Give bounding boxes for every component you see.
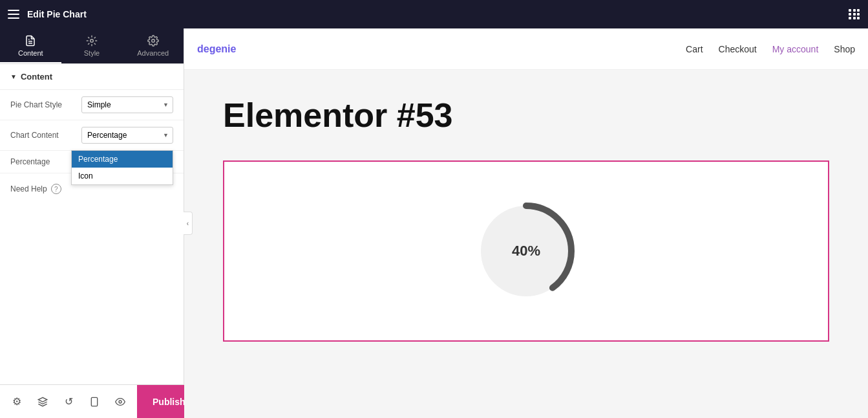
sidebar-content: ▼ Content Pie Chart Style Simple Donut C… bbox=[0, 64, 184, 384]
chart-content-label: Chart Content bbox=[10, 131, 81, 140]
settings-icon-btn[interactable]: ⚙ bbox=[5, 390, 28, 413]
grid-view-icon[interactable] bbox=[849, 9, 860, 19]
chart-content-row: Chart Content Percentage Icon Percentage… bbox=[0, 120, 184, 151]
footer-icons: ⚙ ↺ bbox=[0, 390, 137, 413]
svg-marker-4 bbox=[38, 397, 47, 402]
site-nav: degenie Cart Checkout My account Shop bbox=[184, 28, 868, 70]
section-collapse-arrow: ▼ bbox=[10, 73, 17, 80]
chart-content-select[interactable]: Percentage Icon bbox=[81, 127, 173, 144]
pie-chart: 40% bbox=[468, 193, 584, 309]
dropdown-option-percentage[interactable]: Percentage bbox=[72, 151, 173, 168]
pie-chart-style-control: Simple Donut bbox=[81, 96, 173, 113]
page-title: Elementor #53 bbox=[223, 96, 829, 135]
widget-box[interactable]: 40% bbox=[223, 160, 829, 342]
history-icon-btn[interactable]: ↺ bbox=[57, 390, 80, 413]
svg-point-2 bbox=[90, 39, 94, 43]
help-icon[interactable]: ? bbox=[51, 184, 61, 194]
site-logo: degenie bbox=[197, 43, 236, 55]
section-label: Content bbox=[21, 72, 52, 82]
top-bar: Edit Pie Chart bbox=[0, 0, 868, 28]
pie-center-text: 40% bbox=[512, 243, 540, 259]
svg-point-3 bbox=[151, 39, 154, 43]
chart-content-control: Percentage Icon bbox=[81, 127, 173, 144]
canvas-area: degenie Cart Checkout My account Shop El… bbox=[184, 28, 868, 418]
sidebar-collapse-handle[interactable]: ‹ bbox=[184, 212, 193, 235]
nav-cart[interactable]: Cart bbox=[686, 44, 703, 54]
tab-advanced[interactable]: Advanced bbox=[122, 28, 184, 63]
pie-chart-style-select[interactable]: Simple Donut bbox=[81, 96, 173, 113]
tab-style[interactable]: Style bbox=[61, 28, 123, 63]
preview-icon-btn[interactable] bbox=[109, 390, 132, 413]
pie-chart-style-label: Pie Chart Style bbox=[10, 100, 81, 109]
tab-content[interactable]: Content bbox=[0, 28, 61, 63]
page-content: Elementor #53 40% bbox=[184, 70, 868, 368]
sidebar: Content Style Advanced ▼ Content Pie Cha… bbox=[0, 28, 184, 418]
need-help-label: Need Help bbox=[10, 184, 47, 193]
svg-rect-5 bbox=[91, 397, 97, 406]
nav-shop[interactable]: Shop bbox=[834, 44, 855, 54]
nav-checkout[interactable]: Checkout bbox=[719, 44, 757, 54]
sidebar-footer: ⚙ ↺ Publish ▲ bbox=[0, 384, 184, 418]
hamburger-icon[interactable] bbox=[8, 10, 19, 19]
chart-content-dropdown: Percentage Icon bbox=[71, 150, 173, 185]
svg-point-7 bbox=[119, 401, 122, 403]
pie-chart-style-row: Pie Chart Style Simple Donut bbox=[0, 90, 184, 120]
dropdown-option-icon[interactable]: Icon bbox=[72, 168, 173, 184]
nav-links: Cart Checkout My account Shop bbox=[686, 44, 855, 54]
responsive-icon-btn[interactable] bbox=[83, 390, 106, 413]
layers-icon-btn[interactable] bbox=[31, 390, 54, 413]
content-section-header[interactable]: ▼ Content bbox=[0, 64, 184, 90]
pie-chart-container: 40% bbox=[468, 193, 584, 309]
sidebar-tabs: Content Style Advanced bbox=[0, 28, 184, 64]
top-bar-title: Edit Pie Chart bbox=[27, 9, 87, 19]
nav-my-account[interactable]: My account bbox=[772, 44, 819, 54]
